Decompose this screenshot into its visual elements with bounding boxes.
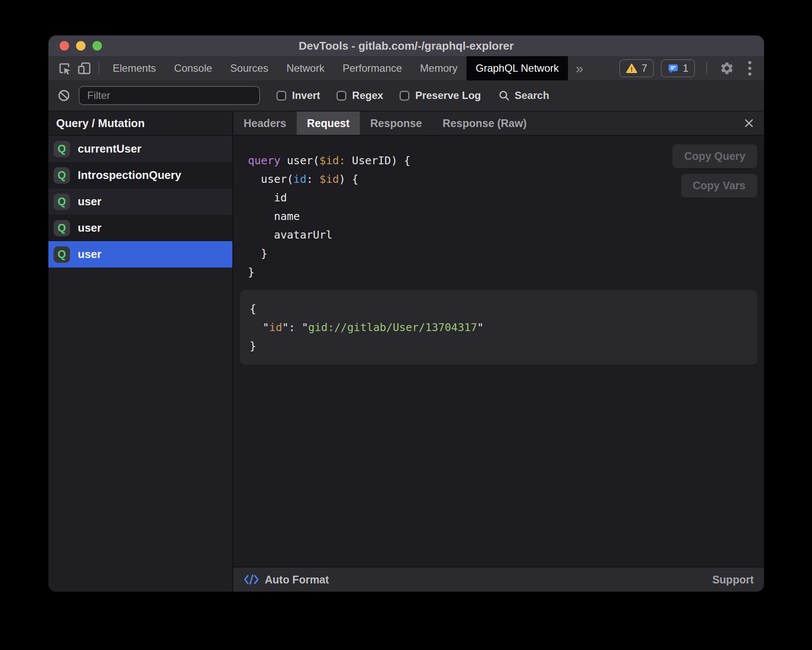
auto-format-button[interactable]: Auto Format bbox=[244, 574, 329, 586]
title-bar: DevTools - gitlab.com/-/graphql-explorer bbox=[48, 35, 764, 56]
invert-label: Invert bbox=[292, 89, 320, 102]
detail-panel: Headers Request Response Response (Raw) … bbox=[233, 112, 764, 592]
query-row-user-2[interactable]: Q user bbox=[48, 215, 232, 241]
inspect-cursor-icon bbox=[57, 61, 72, 76]
tab-network[interactable]: Network bbox=[277, 56, 333, 80]
query-row-introspectionquery[interactable]: Q IntrospectionQuery bbox=[48, 162, 232, 188]
query-type-badge: Q bbox=[54, 141, 70, 157]
query-row-label: user bbox=[78, 195, 102, 208]
warning-count: 7 bbox=[641, 62, 647, 74]
tabbar-right-controls: 7 1 bbox=[619, 56, 764, 80]
query-type-badge: Q bbox=[54, 246, 70, 263]
tab-sources[interactable]: Sources bbox=[221, 56, 277, 80]
traffic-lights bbox=[60, 41, 102, 51]
copy-buttons: Copy Query Copy Vars bbox=[672, 144, 757, 198]
inspect-element-button[interactable] bbox=[54, 56, 74, 80]
tab-memory[interactable]: Memory bbox=[411, 56, 467, 80]
window-title: DevTools - gitlab.com/-/graphql-explorer bbox=[299, 39, 514, 53]
message-count: 1 bbox=[683, 62, 688, 74]
tab-request[interactable]: Request bbox=[297, 112, 360, 135]
regex-label: Regex bbox=[352, 89, 383, 102]
preserve-log-label: Preserve Log bbox=[415, 89, 481, 102]
close-detail-button[interactable] bbox=[743, 112, 764, 135]
query-type-badge: Q bbox=[54, 194, 70, 210]
search-button[interactable]: Search bbox=[498, 89, 549, 102]
close-icon bbox=[743, 118, 755, 129]
more-tabs-chevron[interactable]: » bbox=[568, 56, 591, 80]
invert-checkbox-group[interactable]: Invert bbox=[276, 89, 320, 102]
preserve-log-checkbox-group[interactable]: Preserve Log bbox=[400, 89, 481, 102]
tab-response-raw[interactable]: Response (Raw) bbox=[432, 112, 537, 135]
regex-checkbox[interactable] bbox=[336, 91, 346, 101]
query-type-badge: Q bbox=[54, 167, 70, 184]
preserve-log-checkbox[interactable] bbox=[400, 91, 409, 101]
search-label: Search bbox=[514, 89, 549, 102]
device-toolbar-icon bbox=[77, 61, 92, 76]
settings-button[interactable] bbox=[718, 56, 736, 80]
devtools-tab-bar: Elements Console Sources Network Perform… bbox=[48, 56, 764, 80]
query-type-badge: Q bbox=[54, 220, 70, 236]
maximize-window-button[interactable] bbox=[92, 41, 102, 51]
tab-console[interactable]: Console bbox=[165, 56, 221, 80]
invert-checkbox[interactable] bbox=[276, 91, 286, 101]
block-icon bbox=[57, 89, 70, 102]
query-row-label: currentUser bbox=[78, 142, 141, 156]
query-variables-box: { "id": "gid://gitlab/User/13704317"} bbox=[240, 290, 757, 365]
tab-elements[interactable]: Elements bbox=[104, 56, 165, 80]
tab-performance[interactable]: Performance bbox=[333, 56, 411, 80]
close-window-button[interactable] bbox=[60, 41, 69, 51]
query-row-user-3-selected[interactable]: Q user bbox=[48, 241, 232, 268]
copy-query-button[interactable]: Copy Query bbox=[672, 144, 757, 168]
message-bubble-icon bbox=[667, 63, 679, 74]
query-row-label: user bbox=[78, 248, 102, 261]
query-row-user-1[interactable]: Q user bbox=[48, 188, 232, 215]
devtools-window: DevTools - gitlab.com/-/graphql-explorer… bbox=[48, 35, 764, 592]
query-list-header: Query / Mutation bbox=[48, 112, 232, 136]
search-icon bbox=[498, 89, 510, 102]
minimize-window-button[interactable] bbox=[76, 41, 86, 51]
request-body: query user($id: UserID) { user(id: $id) … bbox=[233, 136, 764, 567]
detail-footer: Auto Format Support bbox=[233, 567, 764, 592]
filter-input[interactable] bbox=[79, 86, 260, 105]
clear-button[interactable] bbox=[56, 83, 72, 108]
detail-tab-bar: Headers Request Response Response (Raw) bbox=[233, 112, 764, 136]
query-row-label: user bbox=[78, 221, 102, 235]
tab-graphql-network[interactable]: GraphQL Network bbox=[466, 56, 568, 80]
more-options-button[interactable] bbox=[742, 56, 757, 80]
warning-icon bbox=[626, 63, 638, 74]
tab-response[interactable]: Response bbox=[360, 112, 432, 135]
issues-button[interactable]: 1 bbox=[661, 59, 695, 77]
kebab-menu-icon bbox=[748, 61, 752, 76]
query-row-currentuser[interactable]: Q currentUser bbox=[48, 136, 232, 162]
device-toolbar-button[interactable] bbox=[74, 56, 94, 80]
regex-checkbox-group[interactable]: Regex bbox=[336, 89, 383, 102]
query-list-panel: Query / Mutation Q currentUser Q Introsp… bbox=[48, 112, 233, 592]
code-brackets-icon bbox=[244, 574, 259, 586]
copy-vars-button[interactable]: Copy Vars bbox=[681, 174, 757, 198]
warnings-button[interactable]: 7 bbox=[619, 59, 653, 77]
support-link[interactable]: Support bbox=[712, 574, 754, 586]
tab-headers[interactable]: Headers bbox=[233, 112, 297, 135]
controls-separator bbox=[706, 62, 707, 75]
main-content: Query / Mutation Q currentUser Q Introsp… bbox=[48, 112, 764, 592]
filter-bar: Invert Regex Preserve Log Search bbox=[48, 80, 764, 112]
tabbar-separator bbox=[98, 62, 99, 75]
query-row-label: IntrospectionQuery bbox=[78, 169, 181, 182]
gear-icon bbox=[720, 61, 734, 76]
auto-format-label: Auto Format bbox=[265, 574, 329, 586]
